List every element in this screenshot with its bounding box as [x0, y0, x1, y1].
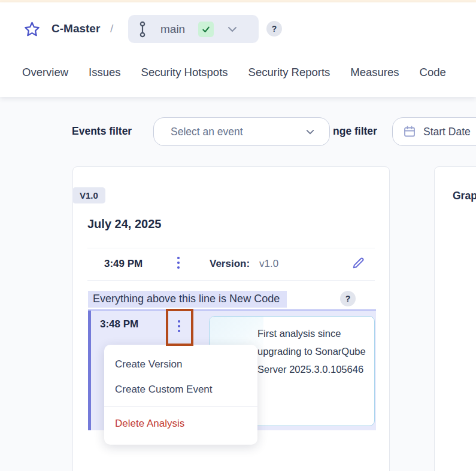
new-code-banner: Everything above this line is New Code: [88, 291, 287, 308]
menu-item-create-custom-event[interactable]: Create Custom Event: [104, 377, 257, 402]
start-date-input[interactable]: Start Date: [392, 117, 476, 146]
analysis-kebab-menu-button[interactable]: [178, 320, 180, 332]
tooltip-text: First analysis since upgrading to SonarQ…: [257, 324, 369, 378]
graph-card: Graph: [434, 166, 476, 471]
nav-tab-code[interactable]: Code: [420, 66, 446, 79]
new-code-help-icon[interactable]: ?: [340, 291, 356, 306]
quality-gate-passed-badge: [198, 22, 214, 37]
nav-tab-overview[interactable]: Overview: [22, 66, 68, 79]
analysis-context-menu: Create Version Create Custom Event Delet…: [104, 345, 257, 445]
main-nav: Overview Issues Security Hotspots Securi…: [22, 66, 446, 79]
divider: [87, 280, 375, 281]
nav-tab-security-reports[interactable]: Security Reports: [248, 66, 331, 79]
breadcrumb-separator: /: [110, 22, 113, 35]
branch-help-icon[interactable]: ?: [266, 21, 282, 37]
calendar-icon: [403, 125, 416, 138]
app-header: C-Master / main ?: [0, 2, 476, 97]
events-filter-select[interactable]: Select an event: [153, 117, 330, 146]
analysis-time: 3:49 PM: [104, 258, 143, 270]
nav-tab-measures[interactable]: Measures: [350, 66, 399, 79]
graph-card-title: Graph: [453, 190, 476, 202]
event-value: v1.0: [259, 258, 278, 270]
edit-version-pencil-icon[interactable]: [351, 256, 366, 271]
nav-tab-security-hotspots[interactable]: Security Hotspots: [141, 66, 228, 79]
favorite-star-icon[interactable]: [24, 21, 40, 37]
nav-tab-issues[interactable]: Issues: [89, 66, 120, 79]
project-name[interactable]: C-Master: [51, 22, 100, 35]
branch-name: main: [160, 23, 185, 36]
start-date-placeholder: Start Date: [423, 126, 471, 138]
analysis-time: 3:48 PM: [100, 318, 138, 330]
analysis-kebab-menu-button[interactable]: [177, 257, 180, 269]
range-filter-label: nge filter: [333, 125, 377, 138]
chevron-down-icon: [305, 129, 315, 135]
menu-item-create-version[interactable]: Create Version: [104, 352, 257, 377]
breadcrumb: C-Master / main ?: [0, 17, 476, 47]
chevron-down-icon: [227, 26, 238, 33]
analysis-date-heading: July 24, 2025: [87, 217, 161, 231]
events-filter-label: Events filter: [72, 125, 132, 138]
branch-icon: [138, 20, 147, 38]
version-badge: V1.0: [72, 187, 105, 203]
divider: [87, 248, 375, 248]
events-filter-placeholder: Select an event: [171, 126, 305, 138]
branch-selector[interactable]: main: [128, 15, 259, 43]
menu-item-delete-analysis[interactable]: Delete Analysis: [104, 411, 257, 436]
event-type-label: Version:: [210, 258, 250, 270]
menu-divider: [104, 406, 257, 407]
